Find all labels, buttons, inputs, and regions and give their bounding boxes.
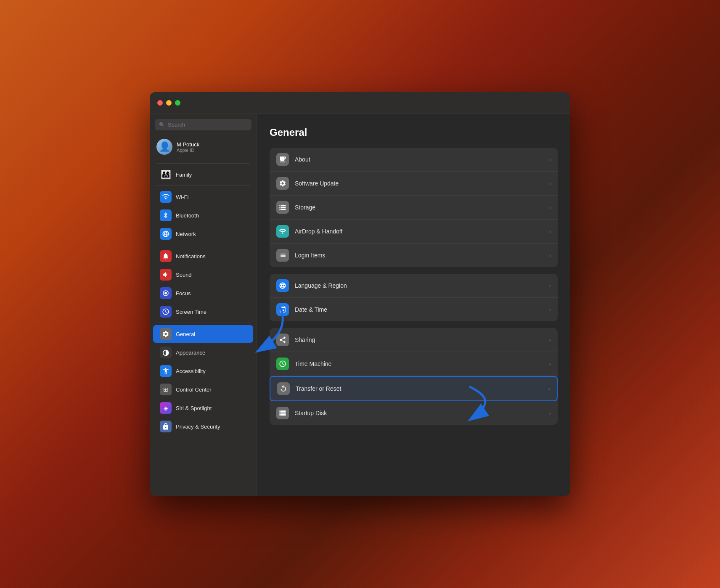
privacy-icon (160, 421, 172, 432)
settings-row-language-region[interactable]: Language & Region › (270, 274, 558, 298)
sidebar-divider4 (156, 323, 250, 323)
transfer-reset-chevron: › (548, 386, 550, 392)
sidebar-item-wifi[interactable]: Wi-Fi (153, 188, 253, 206)
about-label: About (295, 156, 543, 163)
sidebar-item-notifications[interactable]: Notifications (153, 247, 253, 265)
search-icon: 🔍 (159, 122, 165, 128)
language-region-chevron: › (549, 283, 551, 289)
sidebar-item-screen-time[interactable]: Screen Time (153, 303, 253, 320)
user-info: M Potuck Apple ID (177, 141, 199, 153)
sidebar-item-sound[interactable]: Sound (153, 266, 253, 283)
sidebar: 🔍 Search 👤 M Potuck Apple ID 👨‍ (150, 114, 257, 496)
settings-row-transfer-reset[interactable]: Transfer or Reset › (270, 376, 558, 401)
sidebar-label-family: Family (176, 172, 192, 178)
sharing-label: Sharing (295, 336, 543, 343)
settings-row-login-items[interactable]: Login Items › (270, 244, 558, 267)
minimize-button[interactable] (166, 100, 172, 106)
startup-disk-chevron: › (549, 410, 551, 416)
avatar: 👤 (156, 139, 172, 155)
settings-row-airdrop-handoff[interactable]: AirDrop & Handoff › (270, 220, 558, 244)
settings-row-date-time[interactable]: Date & Time › (270, 298, 558, 321)
sharing-icon (276, 334, 289, 346)
user-name: M Potuck (177, 141, 199, 148)
bluetooth-icon (160, 209, 172, 221)
storage-label: Storage (295, 204, 543, 211)
language-region-icon (276, 279, 289, 292)
sidebar-item-privacy-security[interactable]: Privacy & Security (153, 418, 253, 435)
sidebar-item-focus[interactable]: Focus (153, 284, 253, 302)
storage-icon (276, 201, 289, 214)
network-icon (160, 228, 172, 240)
wifi-icon (160, 191, 172, 203)
sidebar-label-screen-time: Screen Time (176, 309, 206, 315)
sound-icon (160, 269, 172, 281)
settings-group-1: About › Software Update › (270, 148, 558, 267)
sidebar-item-general[interactable]: General (153, 325, 253, 343)
settings-row-sharing[interactable]: Sharing › (270, 328, 558, 352)
login-items-chevron: › (549, 252, 551, 259)
sidebar-label-bluetooth: Bluetooth (176, 212, 199, 219)
about-chevron: › (549, 156, 551, 163)
main-content: General About › Software Updat (257, 114, 570, 496)
focus-icon (160, 287, 172, 299)
sidebar-label-control-center: Control Center (176, 387, 212, 393)
sidebar-label-sound: Sound (176, 272, 192, 278)
sidebar-label-privacy-security: Privacy & Security (176, 424, 220, 430)
transfer-reset-icon (277, 382, 290, 395)
airdrop-icon (276, 225, 289, 238)
sidebar-label-general: General (176, 331, 195, 337)
software-update-icon (276, 177, 289, 190)
startup-disk-icon (276, 407, 289, 419)
sidebar-divider (156, 163, 250, 164)
sidebar-label-notifications: Notifications (176, 253, 206, 260)
close-button[interactable] (157, 100, 163, 106)
sidebar-item-bluetooth[interactable]: Bluetooth (153, 207, 253, 224)
screen-time-icon (160, 306, 172, 318)
search-placeholder: Search (168, 122, 247, 128)
sidebar-item-appearance[interactable]: ◑ Appearance (153, 344, 253, 361)
system-settings-window: 🔍 Search 👤 M Potuck Apple ID 👨‍ (150, 92, 570, 496)
about-icon (276, 153, 289, 166)
titlebar (150, 92, 570, 114)
language-region-label: Language & Region (295, 282, 543, 289)
sidebar-divider2 (156, 185, 250, 186)
settings-group-2: Language & Region › Date & Time › (270, 274, 558, 321)
sidebar-divider3 (156, 245, 250, 245)
settings-group-3: Sharing › Time Machine › T (270, 328, 558, 425)
sidebar-item-family[interactable]: 👨‍👩‍👧 Family (153, 166, 253, 183)
sidebar-item-network[interactable]: Network (153, 225, 253, 243)
sidebar-label-appearance: Appearance (176, 350, 205, 356)
maximize-button[interactable] (175, 100, 180, 106)
startup-disk-label: Startup Disk (295, 410, 543, 416)
date-time-icon (276, 303, 289, 316)
siri-icon: ◈ (160, 402, 172, 414)
date-time-label: Date & Time (295, 306, 543, 313)
settings-row-startup-disk[interactable]: Startup Disk › (270, 401, 558, 425)
settings-row-storage[interactable]: Storage › (270, 196, 558, 220)
time-machine-label: Time Machine (295, 360, 543, 367)
sidebar-label-wifi: Wi-Fi (176, 194, 188, 200)
page-title: General (270, 127, 558, 138)
content-area: 🔍 Search 👤 M Potuck Apple ID 👨‍ (150, 114, 570, 496)
user-profile-item[interactable]: 👤 M Potuck Apple ID (150, 135, 257, 158)
settings-row-software-update[interactable]: Software Update › (270, 172, 558, 196)
sidebar-label-network: Network (176, 231, 196, 237)
sidebar-label-focus: Focus (176, 290, 191, 297)
general-icon (160, 328, 172, 340)
login-items-label: Login Items (295, 252, 543, 259)
family-icon: 👨‍👩‍👧 (160, 169, 172, 180)
time-machine-chevron: › (549, 361, 551, 367)
accessibility-icon (160, 365, 172, 377)
sidebar-item-control-center[interactable]: ⊞ Control Center (153, 381, 253, 398)
sidebar-item-accessibility[interactable]: Accessibility (153, 362, 253, 380)
control-center-icon: ⊞ (160, 384, 172, 395)
sidebar-label-siri-spotlight: Siri & Spotlight (176, 405, 212, 411)
settings-row-time-machine[interactable]: Time Machine › (270, 352, 558, 376)
search-box[interactable]: 🔍 Search (155, 119, 251, 130)
sidebar-item-siri-spotlight[interactable]: ◈ Siri & Spotlight (153, 399, 253, 417)
settings-row-about[interactable]: About › (270, 148, 558, 172)
airdrop-handoff-label: AirDrop & Handoff (295, 228, 543, 235)
sidebar-label-accessibility: Accessibility (176, 368, 206, 374)
transfer-reset-label: Transfer or Reset (296, 385, 543, 392)
appearance-icon: ◑ (160, 347, 172, 358)
